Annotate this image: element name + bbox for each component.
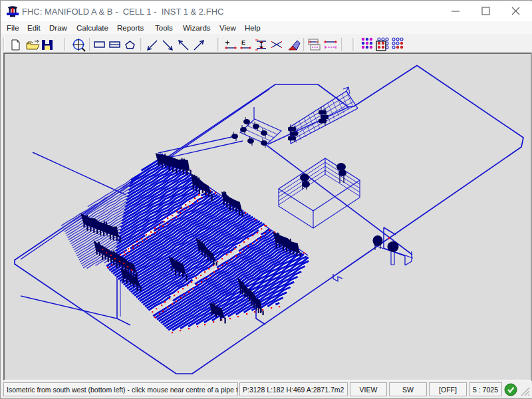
svg-text:E: E	[241, 39, 245, 46]
